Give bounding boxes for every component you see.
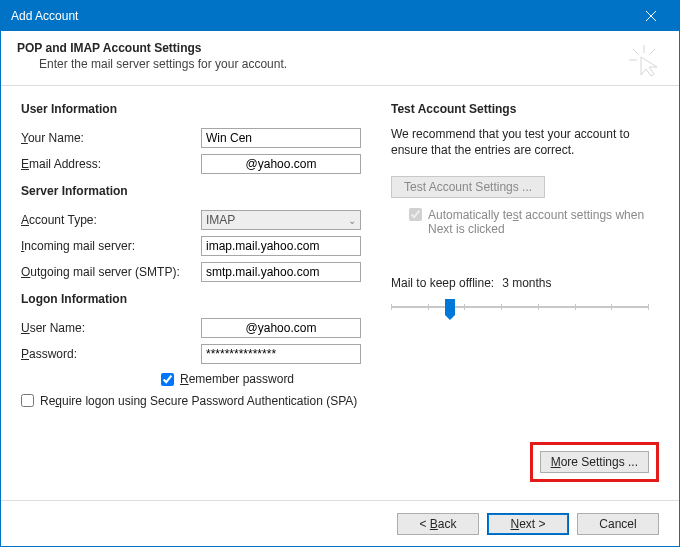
right-column: Test Account Settings We recommend that … — [391, 102, 659, 408]
incoming-label: Incoming mail server: — [21, 239, 201, 253]
auto-test-label: Automatically test account settings when… — [428, 208, 659, 236]
password-label: Password: — [21, 347, 201, 361]
slider-ticks — [391, 304, 649, 310]
test-account-settings-button: Test Account Settings ... — [391, 176, 545, 198]
spa-label: Require logon using Secure Password Auth… — [40, 394, 357, 408]
dialog-footer: < Back Next > Cancel — [1, 500, 679, 546]
header-subheading: Enter the mail server settings for your … — [17, 57, 663, 71]
svg-line-4 — [633, 49, 638, 54]
your-name-label: Your Name: — [21, 131, 201, 145]
svg-line-5 — [650, 49, 655, 54]
test-settings-title: Test Account Settings — [391, 102, 659, 116]
next-button[interactable]: Next > — [487, 513, 569, 535]
window-title: Add Account — [11, 9, 631, 23]
account-type-value: IMAP — [206, 213, 235, 227]
incoming-input[interactable] — [201, 236, 361, 256]
add-account-dialog: Add Account POP and IMAP Account Setting… — [0, 0, 680, 547]
header-heading: POP and IMAP Account Settings — [17, 41, 663, 55]
back-button[interactable]: < Back — [397, 513, 479, 535]
username-input[interactable] — [201, 318, 361, 338]
remember-password-checkbox[interactable] — [161, 373, 174, 386]
dialog-header: POP and IMAP Account Settings Enter the … — [1, 31, 679, 86]
cancel-button[interactable]: Cancel — [577, 513, 659, 535]
cursor-icon — [627, 43, 661, 80]
account-type-select: IMAP ⌄ — [201, 210, 361, 230]
titlebar: Add Account — [1, 1, 679, 31]
close-icon — [645, 10, 657, 22]
spa-checkbox[interactable] — [21, 394, 34, 407]
close-button[interactable] — [631, 1, 671, 31]
email-label: Email Address: — [21, 157, 201, 171]
left-column: User Information Your Name: Email Addres… — [21, 102, 361, 408]
password-input[interactable] — [201, 344, 361, 364]
user-info-title: User Information — [21, 102, 361, 116]
logon-info-title: Logon Information — [21, 292, 361, 306]
server-info-title: Server Information — [21, 184, 361, 198]
dialog-body: User Information Your Name: Email Addres… — [1, 86, 679, 418]
account-type-label: Account Type: — [21, 213, 201, 227]
more-settings-button[interactable]: More Settings ... — [540, 451, 649, 473]
email-input[interactable] — [201, 154, 361, 174]
chevron-down-icon: ⌄ — [348, 215, 356, 226]
remember-password-label: Remember password — [180, 372, 294, 386]
test-settings-note: We recommend that you test your account … — [391, 126, 659, 158]
mail-offline-slider[interactable] — [391, 296, 649, 324]
slider-thumb[interactable] — [445, 299, 455, 315]
outgoing-input[interactable] — [201, 262, 361, 282]
mail-offline-label: Mail to keep offline: — [391, 276, 494, 290]
auto-test-checkbox — [409, 208, 422, 221]
your-name-input[interactable] — [201, 128, 361, 148]
outgoing-label: Outgoing mail server (SMTP): — [21, 265, 201, 279]
mail-offline-value: 3 months — [502, 276, 551, 290]
more-settings-highlight: More Settings ... — [530, 442, 659, 482]
username-label: User Name: — [21, 321, 201, 335]
